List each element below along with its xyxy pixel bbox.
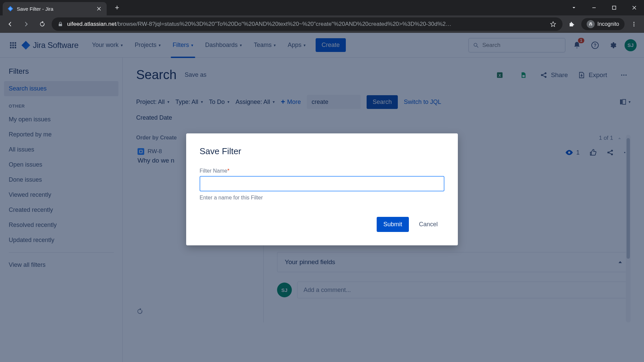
svg-rect-0 xyxy=(612,6,616,9)
svg-point-2 xyxy=(589,24,590,25)
svg-point-4 xyxy=(634,22,635,23)
tab-strip: Save Filter - Jira + xyxy=(0,0,644,15)
maximize-icon[interactable] xyxy=(604,1,624,14)
submit-button[interactable]: Submit xyxy=(377,217,409,232)
save-filter-modal: Save Filter Filter Name* Enter a name fo… xyxy=(186,133,458,245)
window-controls xyxy=(564,1,644,14)
filter-name-help: Enter a name for this Filter xyxy=(200,195,444,201)
tab-title: Save Filter - Jira xyxy=(17,6,93,12)
cancel-button[interactable]: Cancel xyxy=(412,217,444,232)
incognito-label: Incognito xyxy=(597,21,619,27)
svg-point-6 xyxy=(634,25,635,26)
forward-icon xyxy=(19,17,33,31)
svg-point-5 xyxy=(634,24,635,25)
tab-search-icon[interactable] xyxy=(564,1,584,14)
address-bar[interactable]: uifeed.atlassian.net/browse/RW-8?jql=sta… xyxy=(52,17,562,31)
minimize-icon[interactable] xyxy=(584,1,604,14)
browser-chrome: Save Filter - Jira + uifeed.atlassian.ne… xyxy=(0,0,644,33)
jira-favicon-icon xyxy=(7,6,13,12)
browser-menu-icon[interactable] xyxy=(627,17,641,31)
browser-tab[interactable]: Save Filter - Jira xyxy=(3,2,107,15)
app-root: Jira Software Your work▾ Projects▾ Filte… xyxy=(0,33,644,362)
modal-actions: Submit Cancel xyxy=(200,217,444,232)
reload-icon[interactable] xyxy=(36,17,49,31)
lock-icon xyxy=(58,21,63,27)
svg-point-3 xyxy=(591,24,592,25)
required-asterisk: * xyxy=(227,168,229,174)
bookmark-star-icon[interactable] xyxy=(550,21,556,27)
extensions-icon[interactable] xyxy=(565,17,579,31)
filter-name-input[interactable] xyxy=(200,176,444,191)
tab-close-icon[interactable] xyxy=(96,6,102,12)
incognito-icon xyxy=(587,20,595,28)
url-text: uifeed.atlassian.net/browse/RW-8?jql=sta… xyxy=(67,21,546,27)
modal-overlay[interactable]: Save Filter Filter Name* Enter a name fo… xyxy=(0,33,644,362)
filter-name-label: Filter Name* xyxy=(200,168,444,174)
new-tab-button[interactable]: + xyxy=(111,2,123,13)
svg-rect-1 xyxy=(59,24,62,26)
close-window-icon[interactable] xyxy=(625,1,644,14)
modal-title: Save Filter xyxy=(200,146,444,157)
back-icon[interactable] xyxy=(3,17,17,31)
incognito-badge[interactable]: Incognito xyxy=(581,18,625,30)
address-row: uifeed.atlassian.net/browse/RW-8?jql=sta… xyxy=(0,15,644,33)
